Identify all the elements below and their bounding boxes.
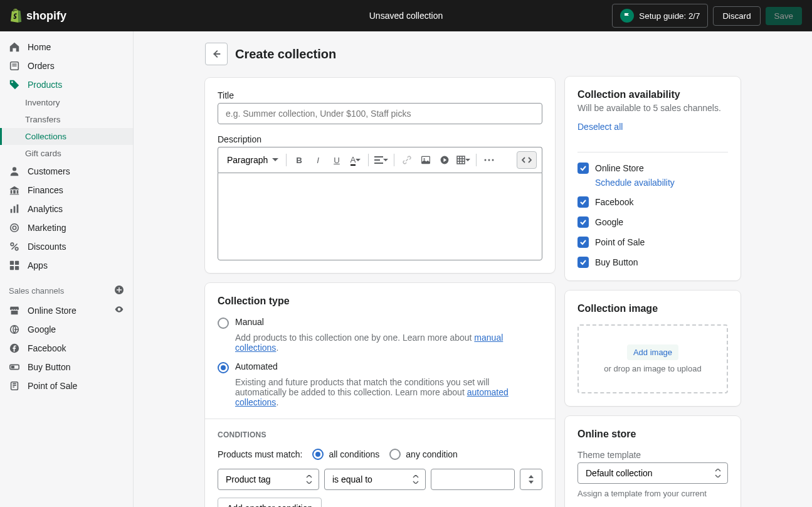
logo-text: shopify (26, 9, 66, 23)
title-label: Title (218, 90, 542, 100)
svg-rect-25 (457, 156, 465, 164)
svg-rect-17 (12, 366, 14, 368)
nav-home[interactable]: Home (0, 38, 133, 56)
sidebar: Home Orders Products Inventory Transfers… (0, 31, 134, 507)
flag-icon (620, 9, 634, 23)
manual-radio[interactable] (218, 318, 229, 329)
nav-finances[interactable]: Finances (0, 181, 133, 200)
buy-button-icon (9, 361, 20, 373)
condition-field-select[interactable]: Product tag (218, 469, 319, 490)
setup-guide-label: Setup guide: 2/7 (639, 11, 700, 21)
video-button[interactable] (436, 151, 453, 169)
shopify-logo[interactable]: shopify (10, 9, 66, 23)
nav-discounts[interactable]: Discounts (0, 237, 133, 256)
availability-card: Collection availability Will be availabl… (565, 77, 741, 280)
automated-label: Automated (235, 361, 278, 371)
topbar: shopify Unsaved collection Setup guide: … (0, 0, 812, 31)
template-select[interactable]: Default collection (577, 462, 728, 484)
home-icon (9, 41, 20, 53)
svg-rect-20 (374, 159, 380, 161)
collection-image-card: Collection image Add image or drop an im… (565, 291, 741, 406)
svg-rect-4 (17, 205, 19, 213)
underline-button[interactable]: U (328, 151, 345, 169)
nav-transfers[interactable]: Transfers (0, 111, 133, 128)
template-help: Assign a template from your current (577, 489, 728, 498)
nav-customers[interactable]: Customers (0, 162, 133, 181)
add-channel-icon[interactable] (114, 285, 124, 297)
channel-pos[interactable]: Point of Sale (0, 376, 133, 395)
more-button[interactable] (480, 151, 498, 169)
image-heading: Collection image (577, 303, 728, 314)
online-store-checkbox[interactable] (577, 163, 589, 174)
pos-icon (9, 380, 20, 392)
condition-value-input[interactable] (431, 469, 515, 490)
nav-collections[interactable]: Collections (0, 128, 133, 145)
deselect-all-link[interactable]: Deselect all (577, 122, 623, 132)
svg-point-26 (485, 159, 487, 161)
channel-google[interactable]: Google (0, 320, 133, 339)
condition-sort-button[interactable] (520, 469, 542, 490)
discard-button[interactable]: Discard (713, 6, 760, 26)
image-dropzone[interactable]: Add image or drop an image to upload (577, 324, 728, 393)
google-checkbox[interactable] (577, 216, 589, 228)
condition-operator-select[interactable]: is equal to (324, 469, 426, 490)
buy-button-checkbox[interactable] (577, 257, 589, 268)
link-button[interactable] (398, 151, 416, 169)
nav-gift-cards[interactable]: Gift cards (0, 145, 133, 162)
back-button[interactable] (205, 43, 228, 65)
drop-text: or drop an image to upload (586, 364, 719, 373)
image-button[interactable] (417, 151, 435, 169)
rte-toolbar: Paragraph B I U A (218, 147, 542, 173)
unsaved-indicator: Unsaved collection (369, 11, 443, 21)
automated-radio[interactable] (218, 362, 229, 373)
paragraph-select[interactable]: Paragraph (223, 152, 282, 168)
manual-desc: Add products to this collection one by o… (235, 333, 542, 353)
view-icon[interactable] (114, 304, 124, 316)
svg-point-1 (13, 167, 16, 171)
facebook-checkbox[interactable] (577, 196, 589, 208)
nav-orders[interactable]: Orders (0, 56, 133, 75)
align-button[interactable] (372, 151, 390, 169)
bold-button[interactable]: B (290, 151, 308, 169)
schedule-availability-link[interactable]: Schedule availability (595, 178, 728, 188)
setup-guide-button[interactable]: Setup guide: 2/7 (612, 4, 708, 28)
online-store-heading: Online store (577, 429, 728, 440)
nav-apps[interactable]: Apps (0, 256, 133, 275)
nav-analytics[interactable]: Analytics (0, 200, 133, 218)
online-store-card: Online store Theme template Default coll… (565, 416, 741, 507)
channel-facebook[interactable]: Facebook (0, 339, 133, 358)
svg-rect-3 (14, 206, 16, 213)
save-button[interactable]: Save (766, 7, 802, 25)
svg-rect-11 (10, 266, 14, 270)
svg-point-6 (13, 226, 16, 229)
channel-buy-button[interactable]: Buy Button (0, 358, 133, 376)
nav-products[interactable]: Products (0, 75, 133, 94)
any-condition-radio[interactable] (389, 449, 401, 460)
all-conditions-radio[interactable] (312, 449, 324, 460)
text-color-button[interactable]: A (347, 151, 364, 169)
svg-point-28 (492, 159, 494, 161)
nav-marketing[interactable]: Marketing (0, 218, 133, 237)
table-button[interactable] (455, 151, 472, 169)
svg-rect-2 (11, 209, 13, 213)
discounts-icon (9, 241, 20, 252)
sales-channels-header: Sales channels (0, 275, 133, 301)
svg-point-27 (488, 159, 490, 161)
nav-inventory[interactable]: Inventory (0, 94, 133, 111)
title-input[interactable] (218, 103, 542, 124)
template-label: Theme template (577, 450, 728, 460)
availability-subtext: Will be available to 5 sales channels. (577, 103, 728, 113)
description-editor[interactable] (218, 173, 542, 260)
code-view-button[interactable] (517, 151, 537, 169)
italic-button[interactable]: I (309, 151, 327, 169)
svg-point-8 (15, 247, 18, 250)
add-image-button[interactable]: Add image (627, 344, 678, 360)
channel-online-store[interactable]: Online Store (0, 301, 133, 320)
svg-rect-21 (374, 163, 383, 164)
marketing-icon (9, 222, 20, 233)
store-icon (9, 305, 20, 316)
pos-checkbox[interactable] (577, 237, 589, 248)
add-condition-button[interactable]: Add another condition (218, 498, 322, 507)
customers-icon (9, 166, 20, 177)
page-title: Create collection (235, 47, 336, 61)
